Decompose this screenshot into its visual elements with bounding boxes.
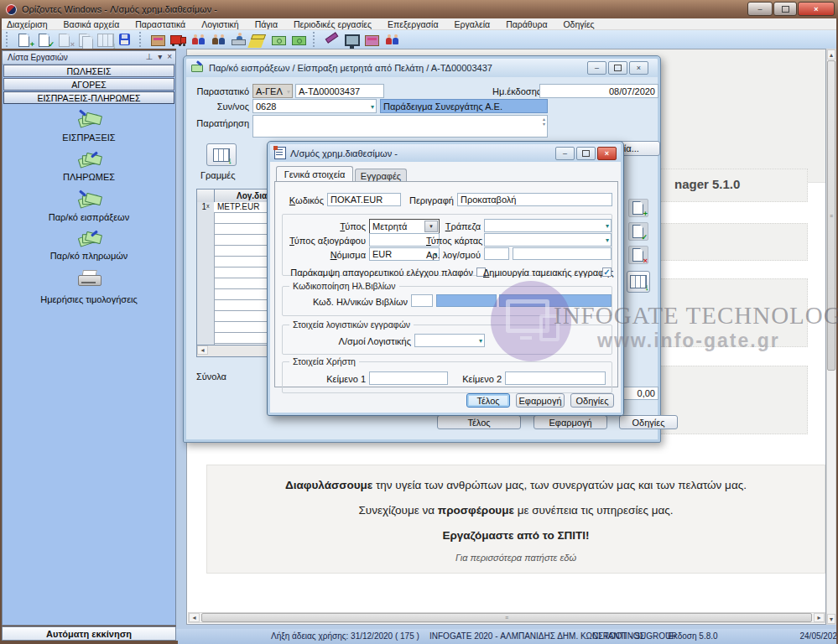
ebooks-field-2[interactable] bbox=[499, 294, 612, 307]
chevron-down-icon[interactable]: ▾ bbox=[158, 52, 162, 61]
close-icon[interactable]: × bbox=[167, 52, 172, 61]
note-textarea[interactable]: ▴ ▾ bbox=[252, 115, 548, 138]
doc-number-input[interactable]: Α-ΤΔ00003437 bbox=[295, 84, 384, 98]
account-number-input-1[interactable] bbox=[484, 247, 509, 260]
minimize-button[interactable]: – bbox=[587, 61, 606, 75]
scroll-left-icon[interactable]: ◂ bbox=[197, 345, 208, 355]
announcement-link[interactable]: Για περισσότερα πατήστε εδώ bbox=[207, 553, 825, 563]
cash-icon[interactable] bbox=[149, 33, 168, 47]
new-document-icon[interactable]: + bbox=[16, 33, 34, 47]
menu-item-periodic-tasks[interactable]: Περιοδικές εργασίες bbox=[294, 19, 372, 29]
payments-icon[interactable] bbox=[363, 33, 382, 47]
cash-flow-icon[interactable] bbox=[290, 33, 309, 47]
copy-icon[interactable] bbox=[76, 33, 95, 47]
lines-grid-button[interactable] bbox=[206, 143, 237, 166]
money-payments-icon[interactable] bbox=[77, 152, 101, 169]
bank-combo[interactable]: ▾ bbox=[484, 219, 612, 232]
finish-button[interactable]: Τέλος bbox=[437, 415, 521, 429]
teller-icon[interactable] bbox=[230, 33, 248, 47]
scroll-up-icon[interactable]: ▴ bbox=[827, 49, 835, 60]
sidebar-section-purchases[interactable]: ΑΓΟΡΕΣ bbox=[3, 78, 174, 91]
description-input[interactable]: Προκαταβολή bbox=[457, 193, 612, 206]
add-line-icon[interactable]: + bbox=[628, 199, 648, 217]
sidebar-item-payments-journal[interactable]: Παρ/κό πληρωμών bbox=[3, 251, 175, 261]
sidebar-item-receipts[interactable]: ΕΙΣΠΡΑΞΕΙΣ bbox=[3, 132, 175, 143]
dialog-help-button[interactable]: Οδηγίες bbox=[570, 393, 614, 408]
save-icon[interactable] bbox=[117, 33, 135, 47]
menu-item-assets[interactable]: Πάγια bbox=[255, 19, 278, 29]
menu-item-management[interactable]: Διαχείριση bbox=[7, 19, 48, 29]
sidebar-item-daily-invoicing[interactable]: Ημερήσιες τιμολογήσεις bbox=[3, 294, 175, 304]
hscroll-thumb[interactable]: ≡ bbox=[201, 613, 812, 622]
horizontal-scrollbar[interactable]: ◂ ▸ ≡ bbox=[188, 612, 825, 623]
menu-item-windows[interactable]: Παράθυρα bbox=[506, 19, 547, 29]
batch-stack-icon[interactable] bbox=[250, 33, 268, 47]
text1-input[interactable] bbox=[369, 371, 448, 385]
edit-document-icon[interactable]: ✓ bbox=[36, 33, 55, 47]
ebooks-code-input[interactable] bbox=[411, 294, 433, 307]
code-input[interactable]: ΠΟΚΑΤ.EUR bbox=[327, 193, 401, 206]
tab-entries[interactable]: Εγγραφές bbox=[355, 169, 407, 182]
apply-button[interactable]: Εφαρμογή bbox=[534, 415, 607, 429]
sidebar-item-receipts-journal[interactable]: Παρ/κό εισπράξεων bbox=[3, 212, 175, 222]
grid-detail-button[interactable] bbox=[627, 271, 650, 293]
restore-button[interactable] bbox=[576, 147, 596, 160]
vertical-scrollbar[interactable]: ▴ ▾ ≡ bbox=[826, 49, 836, 625]
scroll-right-icon[interactable]: ▸ bbox=[814, 613, 825, 622]
ebooks-field-1[interactable] bbox=[436, 294, 497, 307]
text2-input[interactable] bbox=[505, 371, 606, 385]
auto-start-button[interactable]: Αυτόματη εκκίνηση bbox=[2, 626, 176, 641]
delete-line-icon[interactable]: × bbox=[628, 246, 648, 264]
menu-item-tools[interactable]: Εργαλεία bbox=[454, 19, 490, 29]
dialog-finish-button[interactable]: Τέλος bbox=[466, 393, 510, 408]
restore-button[interactable] bbox=[773, 2, 797, 16]
scroll-down-icon[interactable]: ▾ bbox=[827, 614, 835, 624]
people-icon[interactable] bbox=[383, 33, 402, 47]
scroll-left-icon[interactable]: ◂ bbox=[189, 613, 200, 622]
spinner-icons[interactable]: ▴ ▾ bbox=[543, 117, 545, 127]
tab-general[interactable]: Γενικά στοιχεία bbox=[276, 166, 353, 181]
pin-icon[interactable]: ⊥ bbox=[145, 52, 153, 61]
menu-item-edit[interactable]: Επεξεργασία bbox=[388, 19, 439, 29]
truck-icon[interactable] bbox=[169, 33, 188, 47]
maximize-button[interactable] bbox=[608, 61, 627, 75]
customers-icon[interactable] bbox=[190, 33, 208, 47]
minimize-button[interactable]: – bbox=[747, 2, 773, 16]
money-payments-doc-icon[interactable] bbox=[77, 231, 101, 247]
money-receipts-doc-icon[interactable] bbox=[77, 192, 101, 209]
money-receipts-icon[interactable] bbox=[77, 112, 101, 128]
money-transfer-icon[interactable] bbox=[270, 33, 289, 47]
vscroll-thumb[interactable]: ≡ bbox=[827, 60, 835, 371]
menu-item-documents[interactable]: Παραστατικά bbox=[135, 19, 185, 29]
doc-series-combo[interactable]: Α-ΓΕΛ ▾ bbox=[252, 84, 293, 98]
table-icon[interactable] bbox=[96, 33, 115, 47]
card-type-combo[interactable]: ▾ bbox=[484, 233, 612, 247]
menu-item-help[interactable]: Οδηγίες bbox=[563, 19, 594, 29]
announcement-line-1: Διαφυλάσσουμε την υγεία των ανθρώπων μας… bbox=[207, 479, 825, 491]
date-text: 24/05/202 bbox=[800, 631, 838, 641]
menu-item-accounting[interactable]: Λογιστική bbox=[201, 19, 239, 29]
menu-item-master-files[interactable]: Βασικά αρχεία bbox=[64, 19, 120, 29]
design-icon[interactable] bbox=[323, 33, 341, 47]
partners-icon[interactable] bbox=[210, 33, 228, 47]
close-button[interactable]: × bbox=[629, 61, 648, 75]
printer-icon[interactable] bbox=[78, 271, 100, 286]
confirm-line-icon[interactable]: ✓ bbox=[628, 222, 648, 241]
sidebar-item-payments[interactable]: ΠΛΗΡΩΜΕΣ bbox=[3, 172, 175, 182]
help-button[interactable]: Οδηγίες bbox=[619, 415, 678, 429]
close-button[interactable]: × bbox=[597, 147, 617, 160]
spin-down-icon[interactable]: ▾ bbox=[543, 122, 545, 127]
cash-entry-checkbox[interactable]: ✓ bbox=[602, 267, 612, 277]
dialog-apply-button[interactable]: Εφαρμογή bbox=[516, 393, 565, 408]
partner-name-field[interactable]: Παράδειγμα Συνεργάτης Α.Ε. bbox=[380, 99, 548, 113]
close-button[interactable]: × bbox=[798, 2, 835, 16]
issue-date-input[interactable]: 08/07/2020 bbox=[539, 84, 658, 98]
sidebar-section-receipts-payments[interactable]: ΕΙΣΠΡΑΞΕΙΣ-ΠΛΗΡΩΜΕΣ bbox=[3, 91, 174, 104]
monitor-icon[interactable] bbox=[343, 33, 362, 47]
minimize-button[interactable]: – bbox=[555, 147, 575, 160]
accounting-accounts-combo[interactable]: ▾ bbox=[414, 334, 485, 347]
sidebar-section-sales[interactable]: ΠΩΛΗΣΕΙΣ bbox=[3, 65, 174, 77]
delete-document-icon[interactable]: × bbox=[56, 33, 75, 47]
account-number-input-2[interactable] bbox=[513, 247, 612, 260]
partner-code-combo[interactable]: 0628 ▾ bbox=[252, 99, 377, 113]
